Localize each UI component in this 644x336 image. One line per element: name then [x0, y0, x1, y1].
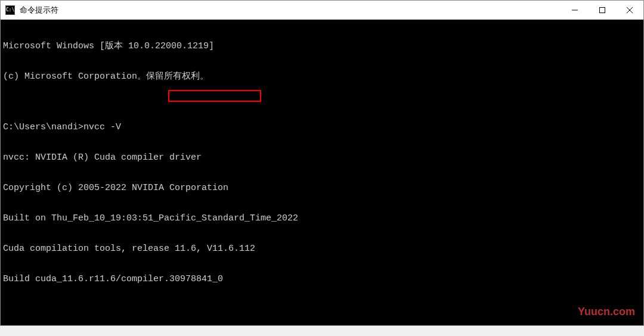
window-controls — [561, 1, 643, 19]
terminal-line: Cuda compilation tools, release 11.6, V1… — [3, 244, 641, 254]
terminal-prompt-line: C:\Users\nandi> — [3, 325, 641, 325]
window-title: 命令提示符 — [20, 5, 561, 15]
terminal-output[interactable]: Microsoft Windows [版本 10.0.22000.1219] (… — [1, 20, 643, 325]
highlight-annotation — [168, 90, 261, 102]
cmd-icon: C:\ — [5, 5, 15, 15]
svg-rect-1 — [600, 8, 605, 13]
terminal-line: (c) Microsoft Corporation。保留所有权利。 — [3, 71, 641, 82]
titlebar[interactable]: C:\ 命令提示符 — [1, 1, 643, 20]
maximize-button[interactable] — [589, 1, 616, 20]
terminal-line: nvcc: NVIDIA (R) Cuda compiler driver — [3, 153, 641, 163]
terminal-line: Microsoft Windows [版本 10.0.22000.1219] — [3, 41, 641, 51]
command-prompt-window: C:\ 命令提示符 Microsoft Windows [版本 10.0 — [0, 0, 644, 326]
close-button[interactable] — [616, 1, 643, 20]
terminal-line: Build cuda_11.6.r11.6/compiler.30978841_… — [3, 274, 641, 284]
terminal-line: Built on Thu_Feb_10_19:03:51_Pacific_Sta… — [3, 213, 641, 223]
minimize-icon — [572, 7, 578, 13]
terminal-line: Copyright (c) 2005-2022 NVIDIA Corporati… — [3, 183, 641, 193]
prompt-text: C:\Users\nandi> — [3, 325, 83, 325]
terminal-line: C:\Users\nandi>nvcc -V — [3, 122, 641, 132]
minimize-button[interactable] — [561, 1, 589, 20]
watermark-text: Yuucn.com — [578, 306, 635, 318]
close-icon — [627, 7, 633, 13]
maximize-icon — [599, 7, 605, 13]
